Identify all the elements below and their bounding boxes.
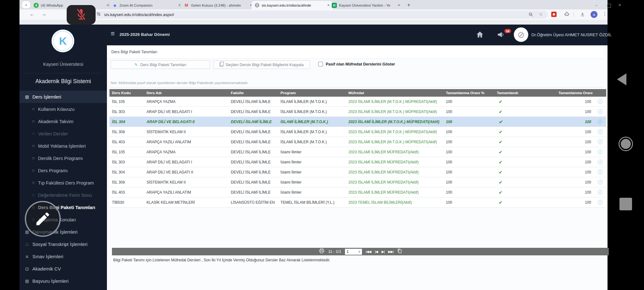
web-page: K Kayseri Üniversitesi Akademik Bilgi Si… — [19, 20, 608, 290]
cell-rate: 100 — [443, 150, 494, 154]
table-row[interactable]: İSL 403 ARAPÇA YAZILI ANLATIM DEVELİ İSL… — [109, 137, 606, 147]
tab-gmail[interactable]: M Gelen Kutusu (3.248) - ahmetn — [181, 1, 255, 9]
sidebar-item[interactable]: Derslik Ders Programı — [19, 152, 107, 164]
tab-search-button[interactable] — [22, 1, 30, 8]
info-icon[interactable] — [598, 109, 602, 114]
info-icon[interactable] — [598, 129, 602, 134]
copy-pages-icon[interactable] — [397, 248, 402, 255]
cell-program: İSLAMİ İLİMLER (M.T.O.K.) — [278, 130, 346, 134]
cell-name: ARAPÇA YAZILI ANLATIM — [144, 190, 228, 195]
col-mufredat: Müfredat — [346, 91, 443, 95]
sidebar-item-label: Değerlendirme Form Sonu — [38, 193, 92, 198]
info-icon[interactable] — [598, 99, 602, 104]
info-icon[interactable] — [598, 190, 602, 195]
cell-name: ARAP DİLİ VE BELAGATI II — [144, 170, 228, 174]
url-text[interactable]: sis.kayseri.edu.tr/oibs/acd/index.aspx# — [104, 12, 174, 17]
print-icon[interactable] — [319, 248, 325, 255]
sidebar-item-icon — [25, 94, 30, 99]
back-button[interactable] — [30, 11, 35, 17]
download-icon[interactable] — [580, 12, 585, 18]
table-row[interactable]: İSL 304 ARAP DİLİ VE BELAGATI II DEVELİ … — [109, 167, 606, 177]
info-icon[interactable] — [598, 180, 602, 185]
close-icon[interactable] — [398, 3, 400, 7]
page-select[interactable]: 1 — [345, 249, 362, 255]
prev-page-icon[interactable] — [375, 250, 378, 254]
define-package-button[interactable]: Ders Bilgi Paketi Tanımları — [111, 60, 210, 69]
zoom-page-icon[interactable] — [529, 12, 533, 18]
sidebar-item[interactable]: Akademik Takvim — [19, 115, 107, 128]
muted-mic-overlay[interactable] — [67, 5, 96, 25]
sidebar-item[interactable]: Sosyal Transkript İşlemleri — [19, 238, 107, 250]
sidebar-item[interactable]: Akademik CV — [19, 263, 107, 275]
tab-label: Zoom AI Companion — [119, 3, 175, 7]
sidebar-item[interactable]: Tıp Fakültesi Ders Program — [19, 177, 107, 189]
sidebar-item[interactable]: Ders İşlemleri — [19, 91, 107, 103]
cell-curriculum: 2023 İSLAMİ İLİMLER MÜFREDATI(Aktif) — [346, 190, 443, 195]
sidebar-item[interactable]: Kullanım Kılavuzu — [19, 103, 107, 115]
sidebar-item[interactable]: Değerlendirme Form Sonu — [19, 189, 107, 201]
table-row[interactable]: İSL 308 SİSTEMATİK KELAM II DEVELİ İSLAM… — [109, 177, 606, 187]
info-icon[interactable] — [598, 139, 602, 144]
sidebar-item[interactable]: Sınav İşlemleri — [19, 250, 107, 263]
user-avatar[interactable] — [514, 27, 528, 42]
tab-help[interactable]: H Kayseri Üniversitesi Yardım - Ye — [329, 1, 403, 9]
last-page-icon[interactable] — [388, 250, 394, 254]
cell-rate: 100 — [443, 200, 494, 205]
table-row[interactable]: İSL 308 SİSTEMATİK KELAM II DEVELİ İSLAM… — [109, 127, 606, 137]
info-icon[interactable] — [598, 200, 602, 205]
table-row[interactable]: İSL 303 ARAP DİLİ VE BELAGATI I DEVELİ İ… — [109, 157, 606, 167]
cell-faculty: DEVELİ İSLAMİ İLİMLE — [228, 140, 278, 144]
cell-rate2: 100 — [556, 180, 594, 185]
pdf-extension-icon[interactable] — [551, 12, 557, 17]
browser-menu-icon[interactable] — [602, 11, 607, 17]
bookmark-star-icon[interactable] — [539, 12, 543, 17]
divider — [109, 87, 603, 88]
address-bar[interactable]: sis.kayseri.edu.tr/oibs/acd/index.aspx# — [91, 11, 548, 19]
android-home-button[interactable] — [619, 137, 633, 151]
next-page-icon[interactable] — [381, 250, 384, 254]
profile-avatar[interactable]: a — [591, 11, 597, 18]
window-minimize-button[interactable] — [595, 3, 597, 8]
announcements-megaphone-icon[interactable] — [496, 31, 504, 40]
show-passive-checkbox[interactable] — [318, 62, 323, 66]
completed-check-icon — [494, 99, 556, 104]
tab-zoom[interactable]: Zoom AI Companion — [109, 1, 184, 9]
tab-strip: 4 (4) WhatsApp Zoom AI Companion M Gelen… — [19, 0, 608, 9]
android-back-button[interactable] — [617, 73, 626, 85]
annotation-pencil-button[interactable] — [25, 201, 61, 237]
cell-name: SİSTEMATİK KELAM II — [144, 130, 228, 134]
window-maximize-button[interactable] — [607, 4, 611, 8]
table-row[interactable]: TİB530 KLASİK KELAM METİNLERİ LİSANSÜSTÜ… — [109, 197, 606, 208]
mic-muted-icon — [75, 8, 87, 21]
sidebar-item[interactable]: Başvuru İşlemleri — [19, 275, 107, 287]
android-recents-button[interactable] — [619, 198, 632, 210]
cell-rate2: 100 — [556, 150, 594, 154]
cell-rate: 100 — [443, 160, 494, 164]
info-icon[interactable] — [598, 119, 602, 124]
extensions-puzzle-icon[interactable] — [564, 12, 569, 18]
info-icon[interactable] — [598, 170, 602, 174]
home-icon[interactable] — [475, 30, 484, 40]
table-row[interactable]: İSL 105 ARAPÇA YAZMA DEVELİ İSLAMİ İLİML… — [109, 97, 606, 107]
cell-curriculum: 2023 İSLAMİ İLİMLER (M.T.O.K.) MÜFREDATI… — [346, 110, 443, 114]
info-icon[interactable] — [598, 160, 602, 164]
sidebar-item[interactable]: Verilen Dersler — [19, 128, 107, 140]
site-info-icon[interactable] — [96, 12, 101, 18]
sidebar-item[interactable]: Mobil Yoklama İşlemleri — [19, 140, 107, 152]
table-row[interactable]: İSL 304 ARAP DİLİ VE BELAGATI II DEVELİ … — [109, 117, 606, 127]
table-row[interactable]: İSL 105 ARAPÇA YAZMA DEVELİ İSLAMİ İLİML… — [109, 147, 606, 157]
close-icon[interactable] — [178, 3, 181, 7]
sidebar-item-label: Kullanım Kılavuzu — [38, 107, 75, 112]
table-row[interactable]: İSL 403 ARAPÇA YAZILI ANLATIM DEVELİ İSL… — [109, 187, 606, 197]
window-close-button[interactable] — [618, 3, 621, 7]
tab-sis-active[interactable]: sis.kayseri.edu.tr/oibs/acd/inde — [252, 1, 333, 9]
info-icon[interactable] — [598, 150, 602, 154]
new-tab-button[interactable] — [405, 1, 413, 9]
first-page-icon[interactable] — [366, 250, 371, 254]
pagination-bar: 11 - 1/1 1 — [112, 248, 609, 255]
forward-button[interactable] — [42, 11, 47, 17]
copy-package-button[interactable]: Seçilen Dersin Bilgi Paketi Bilgilerini … — [213, 60, 310, 69]
table-row[interactable]: İSL 303 ARAP DİLİ VE BELAGATI I DEVELİ İ… — [109, 107, 606, 117]
sidebar-item[interactable]: Ders Programı — [19, 164, 107, 177]
hamburger-menu-icon[interactable] — [111, 30, 115, 37]
